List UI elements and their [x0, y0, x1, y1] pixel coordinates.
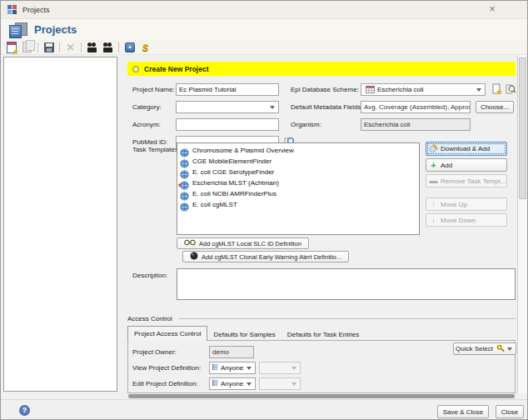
chevron-down-icon [247, 367, 252, 370]
toolbar: ★ ✕ S [1, 40, 528, 55]
duplicate-icon [22, 42, 32, 52]
title-bar: Projects [1, 1, 528, 19]
script-icon: S [142, 42, 148, 52]
project-name-input[interactable] [176, 83, 279, 96]
move-up-button[interactable]: ↑ Move Up [426, 198, 507, 211]
close-button[interactable]: Close [496, 405, 524, 418]
plus-icon: + [429, 161, 438, 170]
description-textarea[interactable] [177, 268, 516, 300]
download-and-add-button[interactable]: Download & Add [426, 142, 507, 156]
script-button[interactable]: S [138, 41, 152, 54]
add-button[interactable]: + Add [426, 158, 507, 172]
epi-scheme-label: Epi Database Scheme: [291, 83, 359, 96]
epi-scheme-select[interactable]: Escherichia coli [361, 83, 486, 96]
default-metadata-label: Default Metadata Fields: [291, 101, 363, 113]
arrow-up-icon: ↑ [429, 200, 438, 209]
batch-tasks-icon [87, 42, 97, 52]
banner-bullet-icon [132, 66, 139, 72]
import-icon [125, 42, 135, 52]
edit-project-definition-select[interactable]: Anyone [209, 378, 256, 390]
delete-button[interactable]: ✕ [63, 41, 77, 54]
batch-automation-button[interactable] [101, 41, 115, 54]
quick-select-button[interactable]: Quick Select [453, 342, 516, 355]
key-icon [496, 344, 506, 353]
access-control-group-label: Access Control [127, 312, 172, 325]
task-template-item[interactable]: E. coli CGE SerotypeFinder [177, 167, 419, 178]
chevron-down-icon [247, 382, 252, 386]
task-template-item[interactable]: CGE MobileElementFinder [177, 156, 419, 167]
tab-defaults-for-samples[interactable]: Defaults for Samples [207, 329, 281, 341]
default-metadata-value: Avg. Coverage (Assembled), Approximated … [361, 101, 471, 113]
move-down-button[interactable]: ↓ Move Down [426, 213, 507, 227]
import-button[interactable] [122, 41, 137, 54]
chevron-down-icon [507, 348, 512, 351]
horizontal-scrollbar[interactable] [127, 393, 517, 399]
save-and-close-button[interactable]: Save & Close [437, 405, 489, 418]
app-header: Projects [1, 19, 528, 40]
acronym-input[interactable] [176, 118, 279, 131]
delete-icon: ✕ [66, 42, 74, 52]
globe-icon [180, 200, 189, 209]
group-tree-icon [212, 363, 219, 372]
task-template-item[interactable]: * Escherichia MLST (Achtman) [177, 178, 419, 188]
globe-icon [180, 168, 189, 177]
new-project-button[interactable]: ★ [4, 41, 18, 54]
save-icon [44, 42, 54, 52]
add-cgmlst-slc-button[interactable]: Add cgMLST Local SLC ID Definition [177, 238, 309, 249]
chevron-down-icon [291, 382, 296, 386]
group-divider [179, 318, 516, 319]
edit-project-definition-secondary-select[interactable] [259, 378, 301, 390]
project-list-panel[interactable] [3, 57, 117, 392]
view-project-definition-select[interactable]: Anyone [209, 362, 256, 374]
chevron-down-icon [291, 367, 296, 370]
organism-value: Escherichia coli [361, 118, 471, 131]
category-select[interactable] [176, 101, 279, 113]
toolbar-separator [81, 42, 82, 52]
acronym-label: Acronym: [132, 118, 161, 131]
create-new-project-banner: Create New Project [127, 62, 516, 76]
task-template-item[interactable]: E. coli NCBI AMRFinderPlus [177, 188, 419, 199]
globe-icon [180, 146, 189, 155]
chevron-down-icon [270, 106, 275, 109]
task-template-item[interactable]: Chromosome & Plasmid Overview [177, 145, 419, 156]
project-name-label: Project Name: [132, 83, 175, 96]
search-scheme-icon[interactable] [506, 83, 516, 98]
organism-label: Organism: [291, 118, 321, 131]
description-label: Description: [132, 269, 167, 282]
category-label: Category: [132, 101, 162, 113]
globe-icon: * [180, 178, 189, 188]
alert-sphere-icon [190, 252, 198, 262]
horizontal-scrollbar-thumb[interactable] [128, 394, 515, 398]
svg-text:★: ★ [496, 88, 502, 95]
add-cgmlst-alert-button[interactable]: Add cgMLST Clonal Early Warning Alert De… [182, 251, 349, 262]
new-project-icon: ★ [7, 42, 17, 53]
minus-icon: ▬ [429, 177, 438, 186]
app-icon [7, 5, 17, 14]
vertical-scrollbar-thumb[interactable] [519, 58, 526, 199]
banner-title: Create New Project [144, 65, 208, 73]
view-project-definition-secondary-select[interactable] [259, 362, 301, 374]
tab-project-access-control[interactable]: Project Access Control [127, 326, 207, 341]
task-templates-list[interactable]: Chromosome & Plasmid Overview CGE Mobile… [177, 142, 420, 235]
close-window-icon[interactable]: × [486, 3, 499, 17]
download-globe-icon [429, 144, 438, 153]
goggles-icon [184, 239, 196, 248]
task-template-item[interactable]: E. coli cgMLST [177, 199, 419, 210]
duplicate-project-button[interactable] [20, 41, 34, 54]
project-owner-value: demo [209, 346, 254, 358]
choose-metadata-button[interactable]: Choose... [476, 101, 514, 113]
batch-tasks-button[interactable] [85, 41, 99, 54]
toolbar-separator [37, 42, 38, 52]
globe-icon [180, 189, 189, 198]
save-button[interactable] [42, 41, 56, 54]
tab-defaults-for-task-entries[interactable]: Defaults for Task Entries [281, 329, 366, 341]
help-icon[interactable]: ? [19, 405, 30, 416]
toolbar-separator [118, 42, 119, 52]
projects-icon [9, 22, 27, 38]
arrow-down-icon: ↓ [429, 216, 438, 225]
view-project-definition-label: View Project Definition: [132, 362, 201, 374]
vertical-scrollbar[interactable] [517, 55, 528, 393]
remove-task-template-button[interactable]: ▬ Remove Task Templ... [426, 174, 507, 188]
page-title: Projects [34, 23, 77, 36]
new-scheme-icon[interactable]: ★ [491, 83, 502, 98]
